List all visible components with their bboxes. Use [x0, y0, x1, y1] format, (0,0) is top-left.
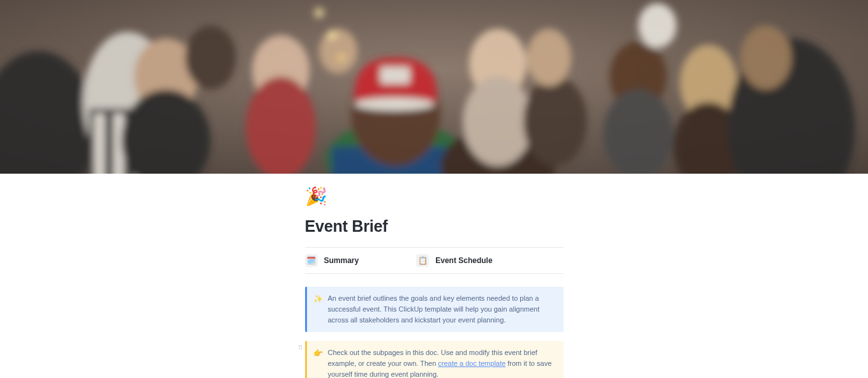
clipboard-icon: 📋 — [416, 254, 429, 267]
svg-point-28 — [740, 26, 791, 89]
sparkles-icon: ✨ — [313, 293, 323, 326]
svg-rect-17 — [380, 67, 410, 84]
svg-point-31 — [327, 30, 337, 40]
svg-point-30 — [314, 8, 324, 18]
subpage-label: Summary — [324, 256, 359, 265]
page-emoji-icon[interactable]: 🎉 — [305, 188, 564, 206]
svg-point-12 — [319, 29, 357, 73]
callout-tip[interactable]: ⠿ 👉 Check out the subpages in this doc. … — [305, 341, 564, 378]
svg-point-29 — [638, 3, 677, 48]
callout-info[interactable]: ✨ An event brief outlines the goals and … — [305, 287, 564, 332]
calendar-icon: 🗓️ — [305, 254, 318, 267]
callout-text: An event brief outlines the goals and ke… — [328, 293, 556, 326]
svg-point-21 — [523, 77, 587, 166]
subpage-label: Event Schedule — [435, 256, 492, 265]
subpages-row: 🗓️ Summary 📋 Event Schedule — [305, 248, 564, 273]
point-right-icon: 👉 — [313, 347, 323, 378]
svg-rect-4 — [94, 114, 105, 174]
cover-image — [0, 0, 868, 174]
subpage-event-schedule[interactable]: 📋 Event Schedule — [416, 254, 492, 267]
svg-point-20 — [463, 77, 533, 166]
document-content: 🎉 Event Brief 🗓️ Summary 📋 Event Schedul… — [305, 174, 564, 378]
drag-handle-icon[interactable]: ⠿ — [298, 345, 302, 350]
page-title[interactable]: Event Brief — [305, 217, 564, 236]
callout-text: Check out the subpages in this doc. Use … — [328, 347, 556, 378]
subpage-summary[interactable]: 🗓️ Summary — [305, 254, 359, 267]
divider — [305, 273, 564, 274]
create-doc-template-link[interactable]: create a doc template — [438, 359, 505, 367]
svg-point-32 — [337, 53, 346, 62]
svg-point-9 — [185, 26, 236, 89]
svg-point-22 — [527, 29, 571, 86]
svg-point-16 — [355, 98, 434, 110]
